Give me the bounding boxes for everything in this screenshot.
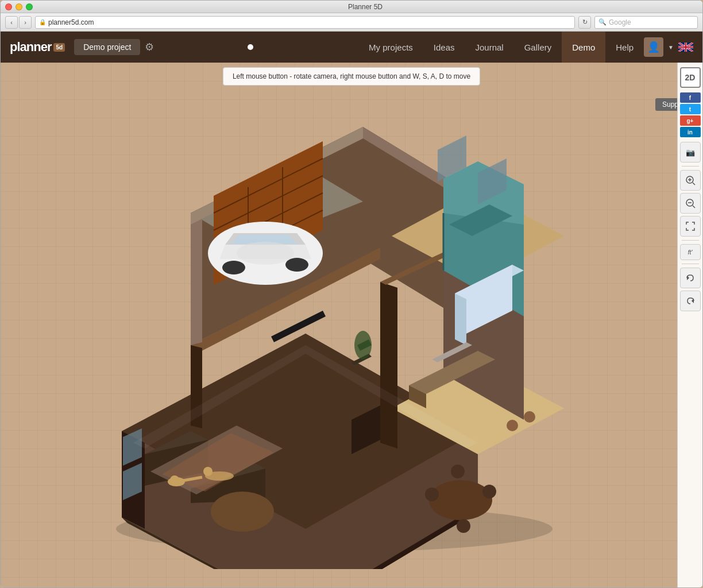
nav-buttons: ‹ › bbox=[5, 16, 32, 29]
svg-line-76 bbox=[693, 183, 695, 185]
search-icon: 🔍 bbox=[598, 18, 607, 26]
maximize-button[interactable] bbox=[26, 3, 33, 10]
logo-badge: 5d bbox=[53, 43, 65, 52]
nav-center bbox=[154, 44, 358, 50]
fullscreen-button[interactable] bbox=[680, 216, 701, 237]
redo-button[interactable] bbox=[680, 291, 701, 311]
project-name[interactable]: Demo project bbox=[74, 39, 140, 55]
svg-point-60 bbox=[507, 420, 518, 431]
svg-point-64 bbox=[354, 331, 372, 359]
facebook-button[interactable]: f bbox=[680, 92, 701, 103]
svg-point-58 bbox=[451, 465, 465, 478]
divider-2 bbox=[682, 240, 699, 241]
forward-button[interactable]: › bbox=[19, 16, 32, 29]
svg-point-55 bbox=[429, 480, 492, 520]
nav-gallery[interactable]: Gallery bbox=[514, 32, 562, 63]
nav-right: 👤 ▼ bbox=[644, 37, 693, 57]
tooltip-text: Left mouse button - rotate camera, right… bbox=[233, 72, 470, 80]
nav-journal[interactable]: Journal bbox=[465, 32, 514, 63]
back-button[interactable]: ‹ bbox=[5, 16, 18, 29]
nav-dot bbox=[248, 44, 253, 50]
svg-marker-81 bbox=[692, 299, 694, 303]
right-sidebar: 2D f t g+ in 📷 bbox=[677, 63, 702, 587]
svg-line-79 bbox=[693, 206, 695, 208]
divider-3 bbox=[682, 264, 699, 264]
address-text: planner5d.com bbox=[48, 18, 94, 26]
linkedin-button[interactable]: in bbox=[680, 127, 701, 137]
browser-titlebar: Planner 5D bbox=[1, 1, 702, 13]
avatar-button[interactable]: 👤 bbox=[644, 37, 663, 57]
svg-point-29 bbox=[285, 258, 308, 272]
svg-point-61 bbox=[524, 411, 535, 423]
address-bar[interactable]: 🔒 planner5d.com bbox=[35, 16, 575, 29]
svg-marker-16 bbox=[191, 213, 202, 345]
nav-help[interactable]: Help bbox=[605, 32, 644, 63]
minimize-button[interactable] bbox=[16, 3, 22, 10]
browser-window: Planner 5D ‹ › 🔒 planner5d.com ↻ 🔍 Googl… bbox=[0, 0, 703, 588]
svg-marker-39 bbox=[455, 293, 466, 345]
tooltip-box: Left mouse button - rotate camera, right… bbox=[223, 67, 480, 86]
dropdown-arrow-icon[interactable]: ▼ bbox=[668, 44, 674, 51]
svg-point-31 bbox=[237, 242, 294, 265]
svg-point-59 bbox=[457, 519, 470, 533]
app-container: planner 5d Demo project ⚙ My projects Id… bbox=[1, 32, 702, 587]
close-button[interactable] bbox=[5, 3, 12, 10]
main-content: Left mouse button - rotate camera, right… bbox=[1, 63, 702, 587]
svg-point-56 bbox=[425, 488, 439, 501]
floorplan-canvas[interactable] bbox=[1, 63, 702, 587]
logo-text: planner bbox=[10, 40, 51, 55]
view-2d-button[interactable]: 2D bbox=[680, 67, 701, 88]
flag-uk-icon[interactable] bbox=[678, 42, 693, 52]
googleplus-button[interactable]: g+ bbox=[680, 115, 701, 126]
nav-ideas[interactable]: Ideas bbox=[423, 32, 465, 63]
svg-point-28 bbox=[222, 261, 245, 274]
lock-icon: 🔒 bbox=[39, 19, 46, 25]
floorplan-3d bbox=[76, 98, 593, 569]
logo[interactable]: planner 5d bbox=[10, 40, 65, 55]
svg-point-51 bbox=[205, 471, 234, 481]
refresh-button[interactable]: ↻ bbox=[578, 16, 591, 29]
search-bar[interactable]: 🔍 Google bbox=[594, 16, 698, 29]
search-placeholder: Google bbox=[609, 18, 631, 26]
nav-my-projects[interactable]: My projects bbox=[358, 32, 423, 63]
units-button[interactable]: ft' bbox=[680, 244, 701, 260]
settings-icon[interactable]: ⚙ bbox=[145, 41, 154, 53]
svg-marker-11 bbox=[380, 282, 397, 448]
browser-controls bbox=[5, 3, 33, 10]
nav-demo[interactable]: Demo bbox=[562, 32, 605, 63]
divider-1 bbox=[682, 166, 699, 167]
app-nav: planner 5d Demo project ⚙ My projects Id… bbox=[1, 32, 702, 63]
nav-links: My projects Ideas Journal Gallery Demo H… bbox=[358, 32, 644, 63]
browser-title: Planner 5D bbox=[61, 3, 669, 11]
social-buttons: f t g+ in bbox=[680, 92, 701, 137]
svg-point-57 bbox=[482, 485, 496, 498]
browser-toolbar: ‹ › 🔒 planner5d.com ↻ 🔍 Google bbox=[1, 13, 702, 32]
camera-button[interactable]: 📷 bbox=[680, 142, 701, 163]
twitter-button[interactable]: t bbox=[680, 104, 701, 114]
undo-button[interactable] bbox=[680, 268, 701, 288]
svg-point-44 bbox=[211, 492, 274, 532]
svg-point-49 bbox=[170, 475, 179, 485]
zoom-out-button[interactable] bbox=[680, 193, 701, 214]
svg-marker-80 bbox=[687, 276, 689, 280]
zoom-in-button[interactable] bbox=[680, 170, 701, 191]
